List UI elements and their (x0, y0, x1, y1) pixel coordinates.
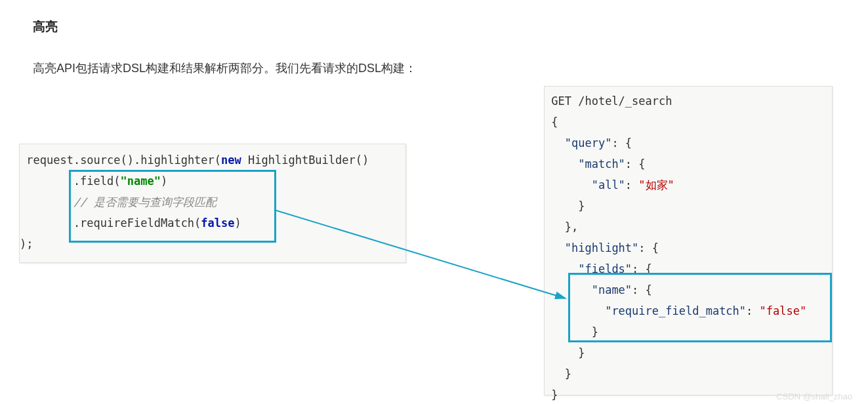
intro-paragraph: 高亮API包括请求DSL构建和结果解析两部分。我们先看请求的DSL构建： (33, 60, 417, 76)
java-code-block: request.source().highlighter(new Highlig… (19, 144, 406, 263)
code-text: request.source().highlighter(new Highlig… (20, 153, 369, 251)
section-heading: 高亮 (33, 18, 58, 35)
code-text: GET /hotel/_search { "query": { "match":… (545, 94, 806, 401)
dsl-code-block: GET /hotel/_search { "query": { "match":… (544, 86, 833, 395)
watermark: CSDN @shall_zhao (776, 392, 852, 401)
